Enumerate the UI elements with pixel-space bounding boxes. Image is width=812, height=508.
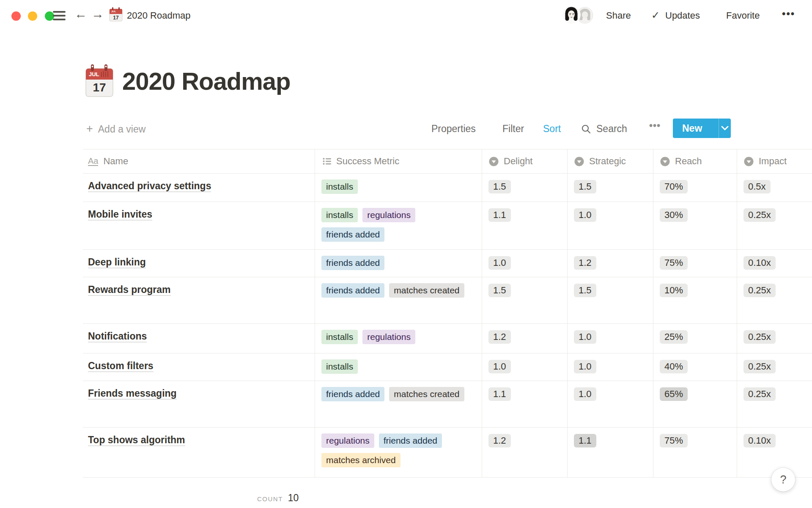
row-name-cell[interactable]: Top shows algorithm bbox=[83, 428, 315, 478]
tag[interactable]: regulations bbox=[362, 330, 415, 344]
tag[interactable]: matches archived bbox=[321, 453, 401, 467]
impact-cell[interactable]: 0.25x bbox=[737, 353, 812, 381]
reach-cell[interactable]: 75% bbox=[653, 250, 737, 277]
search-button[interactable]: Search bbox=[596, 123, 627, 135]
table-header-row: Aa Name Success Metric Delight Stra bbox=[83, 149, 812, 174]
number-property-icon bbox=[489, 157, 499, 166]
delight-cell[interactable]: 1.1 bbox=[482, 381, 568, 428]
reach-cell[interactable]: 70% bbox=[653, 174, 737, 202]
delight-cell[interactable]: 1.5 bbox=[482, 277, 568, 324]
column-header-impact[interactable]: Impact bbox=[737, 149, 812, 174]
success-metric-cell[interactable]: installs regulations bbox=[315, 324, 482, 353]
tag[interactable]: regulations bbox=[321, 433, 374, 448]
row-name-cell[interactable]: Mobile invites bbox=[83, 202, 315, 250]
delight-cell[interactable]: 1.1 bbox=[482, 202, 568, 250]
row-name-cell[interactable]: Advanced privacy settings bbox=[83, 174, 315, 202]
column-header-reach[interactable]: Reach bbox=[653, 149, 737, 174]
success-metric-cell[interactable]: friends added matches created bbox=[315, 277, 482, 324]
share-button[interactable]: Share bbox=[606, 10, 631, 21]
svg-text:JUL: JUL bbox=[89, 71, 99, 77]
tag[interactable]: installs bbox=[321, 330, 358, 344]
success-metric-cell[interactable]: installs regulations friends added bbox=[315, 202, 482, 250]
delight-cell[interactable]: 1.0 bbox=[482, 250, 568, 277]
column-header-name[interactable]: Aa Name bbox=[83, 149, 315, 174]
row-name-cell[interactable]: Notifications bbox=[83, 324, 315, 353]
updates-button[interactable]: Updates bbox=[665, 10, 700, 21]
column-header-success-metric[interactable]: Success Metric bbox=[315, 149, 482, 174]
strategic-cell[interactable]: 1.1 bbox=[568, 428, 653, 478]
success-metric-cell[interactable]: friends added matches created bbox=[315, 381, 482, 428]
column-header-delight[interactable]: Delight bbox=[482, 149, 568, 174]
chevron-down-icon[interactable] bbox=[719, 126, 731, 131]
delight-cell[interactable]: 1.0 bbox=[482, 353, 568, 381]
strategic-cell[interactable]: 1.0 bbox=[568, 202, 653, 250]
tag[interactable]: installs bbox=[321, 208, 358, 222]
sort-button[interactable]: Sort bbox=[543, 123, 561, 135]
strategic-cell[interactable]: 1.0 bbox=[568, 381, 653, 428]
impact-cell[interactable]: 0.5x bbox=[737, 174, 812, 202]
tag[interactable]: matches created bbox=[389, 283, 464, 298]
tag[interactable]: friends added bbox=[379, 433, 442, 448]
sidebar-menu-icon[interactable] bbox=[53, 11, 66, 21]
help-button[interactable]: ? bbox=[771, 468, 795, 491]
new-button[interactable]: New bbox=[673, 119, 731, 138]
page-calendar-icon[interactable]: JUL 17 bbox=[85, 64, 114, 98]
delight-cell[interactable]: 1.5 bbox=[482, 174, 568, 202]
tag[interactable]: regulations bbox=[362, 208, 415, 222]
breadcrumb[interactable]: 2020 Roadmap bbox=[127, 10, 190, 21]
impact-cell[interactable]: 0.10x bbox=[737, 250, 812, 277]
more-options-icon[interactable]: ••• bbox=[782, 8, 795, 19]
search-icon[interactable] bbox=[581, 124, 591, 134]
reach-cell[interactable]: 65% bbox=[653, 381, 737, 428]
tag[interactable]: installs bbox=[321, 359, 358, 374]
collaborator-avatars bbox=[562, 6, 594, 24]
plus-icon: + bbox=[86, 122, 93, 135]
row-name-cell[interactable]: Rewards program bbox=[83, 277, 315, 324]
filter-button[interactable]: Filter bbox=[502, 123, 524, 135]
delight-cell[interactable]: 1.2 bbox=[482, 428, 568, 478]
add-view-button[interactable]: +Add a view bbox=[86, 122, 145, 135]
strategic-cell[interactable]: 1.0 bbox=[568, 324, 653, 353]
success-metric-cell[interactable]: regulations friends added matches archiv… bbox=[315, 428, 482, 478]
tag[interactable]: friends added bbox=[321, 387, 384, 401]
properties-button[interactable]: Properties bbox=[431, 123, 476, 135]
reach-cell[interactable]: 75% bbox=[653, 428, 737, 478]
row-name-cell[interactable]: Friends messaging bbox=[83, 381, 315, 428]
table-row: Friends messaging friends added matches … bbox=[83, 381, 812, 428]
impact-cell[interactable]: 0.25x bbox=[737, 202, 812, 250]
column-header-strategic[interactable]: Strategic bbox=[568, 149, 653, 174]
close-window-button[interactable] bbox=[11, 11, 21, 21]
row-name-cell[interactable]: Deep linking bbox=[83, 250, 315, 277]
strategic-cell[interactable]: 1.0 bbox=[568, 353, 653, 381]
tag[interactable]: friends added bbox=[321, 283, 384, 298]
minimize-window-button[interactable] bbox=[28, 11, 37, 21]
strategic-cell[interactable]: 1.5 bbox=[568, 277, 653, 324]
strategic-cell[interactable]: 1.2 bbox=[568, 250, 653, 277]
impact-cell[interactable]: 0.10x bbox=[737, 428, 812, 478]
success-metric-cell[interactable]: installs bbox=[315, 174, 482, 202]
back-arrow-icon[interactable]: ← bbox=[74, 8, 87, 20]
reach-cell[interactable]: 25% bbox=[653, 324, 737, 353]
reach-cell[interactable]: 40% bbox=[653, 353, 737, 381]
reach-cell[interactable]: 10% bbox=[653, 277, 737, 324]
table-row: Rewards program friends added matches cr… bbox=[83, 277, 812, 324]
title-property-icon: Aa bbox=[88, 157, 98, 166]
success-metric-cell[interactable]: installs bbox=[315, 353, 482, 381]
success-metric-cell[interactable]: friends added bbox=[315, 250, 482, 277]
check-icon: ✓ bbox=[651, 9, 660, 21]
impact-cell[interactable]: 0.25x bbox=[737, 277, 812, 324]
tag[interactable]: installs bbox=[321, 179, 358, 194]
favorite-button[interactable]: Favorite bbox=[726, 10, 760, 21]
strategic-cell[interactable]: 1.5 bbox=[568, 174, 653, 202]
reach-cell[interactable]: 30% bbox=[653, 202, 737, 250]
impact-cell[interactable]: 0.25x bbox=[737, 324, 812, 353]
count-label: COUNT bbox=[257, 495, 283, 502]
tag[interactable]: friends added bbox=[321, 227, 384, 242]
impact-cell[interactable]: 0.25x bbox=[737, 381, 812, 428]
row-name-cell[interactable]: Custom filters bbox=[83, 353, 315, 381]
toolbar-more-icon[interactable]: ••• bbox=[649, 120, 661, 132]
delight-cell[interactable]: 1.2 bbox=[482, 324, 568, 353]
tag[interactable]: friends added bbox=[321, 256, 384, 270]
forward-arrow-icon[interactable]: → bbox=[91, 8, 104, 20]
tag[interactable]: matches created bbox=[389, 387, 464, 401]
